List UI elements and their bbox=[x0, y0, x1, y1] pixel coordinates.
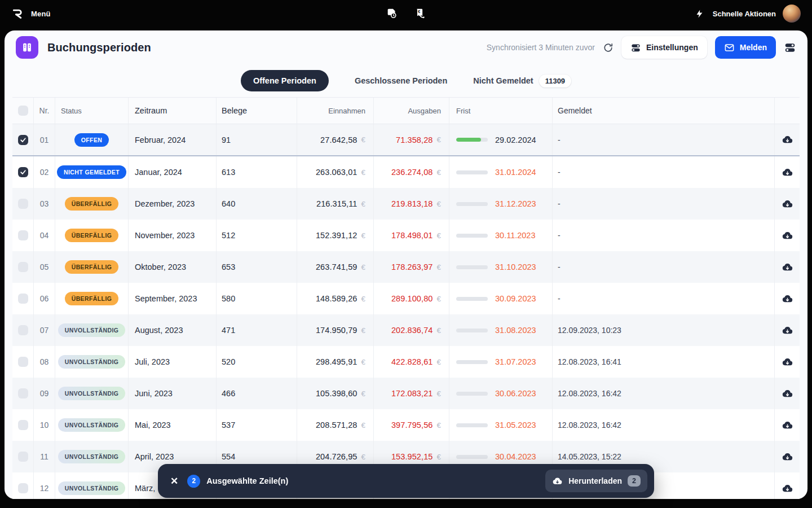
table-row[interactable]: 06ÜBERFÄLLIGSeptember, 2023580148.589,26… bbox=[12, 283, 800, 314]
currency-symbol: € bbox=[436, 389, 441, 398]
currency-symbol: € bbox=[361, 200, 365, 208]
currency-symbol: € bbox=[361, 295, 365, 303]
income-cell: 174.950,79€ bbox=[297, 314, 374, 346]
app-logo-icon[interactable] bbox=[11, 7, 24, 20]
documents-count-cell: 471 bbox=[217, 314, 297, 346]
status-badge: ÜBERFÄLLIG bbox=[65, 260, 119, 274]
status-badge: ÜBERFÄLLIG bbox=[65, 197, 119, 211]
status-badge: NICHT GEMELDET bbox=[57, 165, 126, 179]
row-number: 03 bbox=[34, 188, 55, 220]
reported-cell: 12.09.2023, 10:23 bbox=[553, 314, 775, 346]
table-row[interactable]: 10UNVOLLSTÄNDIGMai, 2023537208.571,28€39… bbox=[12, 409, 800, 441]
download-icon[interactable] bbox=[780, 418, 794, 432]
close-icon[interactable]: ✕ bbox=[170, 475, 178, 487]
download-icon[interactable] bbox=[780, 450, 794, 463]
settings-button-label: Einstellungen bbox=[646, 43, 698, 52]
deadline-date: 31.12.2023 bbox=[495, 199, 536, 208]
row-checkbox[interactable] bbox=[18, 388, 28, 398]
row-checkbox[interactable] bbox=[18, 199, 28, 209]
table-row[interactable]: 05ÜBERFÄLLIGOktober, 2023653263.741,59€1… bbox=[12, 251, 800, 283]
documents-count-cell: 640 bbox=[217, 188, 297, 220]
row-checkbox[interactable] bbox=[18, 483, 28, 493]
col-header-nr: Nr. bbox=[34, 98, 55, 124]
download-icon[interactable] bbox=[780, 165, 794, 179]
currency-symbol: € bbox=[436, 200, 441, 208]
row-checkbox[interactable] bbox=[18, 294, 28, 304]
user-avatar[interactable] bbox=[783, 5, 801, 23]
currency-symbol: € bbox=[361, 263, 365, 271]
download-icon[interactable] bbox=[780, 292, 794, 305]
reported-cell: - bbox=[553, 124, 775, 155]
row-number: 08 bbox=[34, 346, 55, 378]
income-cell: 263.063,01€ bbox=[297, 156, 374, 188]
download-icon[interactable] bbox=[780, 260, 794, 274]
expense-cell: 178.498,01€ bbox=[374, 220, 449, 251]
currency-symbol: € bbox=[436, 135, 441, 144]
selection-bar: ✕ 2 Ausgewählte Zeile(n) Herunterladen 2 bbox=[158, 464, 654, 498]
status-badge: OFFEN bbox=[74, 133, 109, 147]
row-checkbox[interactable] bbox=[18, 325, 28, 335]
table-row[interactable]: 01OFFENFebruar, 20249127.642,58€71.358,2… bbox=[12, 124, 800, 156]
cloud-download-icon bbox=[552, 476, 563, 487]
period-cell: September, 2023 bbox=[129, 283, 217, 314]
row-checkbox[interactable] bbox=[18, 420, 28, 430]
period-cell: Oktober, 2023 bbox=[129, 251, 217, 283]
col-header-zeitraum: Zeitraum bbox=[129, 98, 217, 124]
table-row[interactable]: 02NICHT GEMELDETJanuar, 2024613263.063,0… bbox=[12, 156, 800, 188]
document-clock-icon[interactable] bbox=[386, 7, 398, 20]
report-button[interactable]: Melden bbox=[715, 36, 776, 59]
download-icon[interactable] bbox=[780, 323, 794, 337]
select-all-checkbox[interactable] bbox=[18, 106, 28, 116]
tab-not-reported[interactable]: Nicht Gemeldet 11309 bbox=[473, 75, 571, 87]
reported-cell: - bbox=[553, 156, 775, 188]
table-row[interactable]: 09UNVOLLSTÄNDIGJuni, 2023466105.398,60€1… bbox=[12, 378, 800, 409]
row-checkbox[interactable] bbox=[18, 357, 28, 367]
download-icon[interactable] bbox=[780, 387, 794, 400]
refresh-icon[interactable] bbox=[603, 42, 614, 53]
download-button[interactable]: Herunterladen 2 bbox=[545, 470, 647, 492]
settings-button[interactable]: Einstellungen bbox=[621, 36, 707, 59]
documents-count-cell: 653 bbox=[217, 251, 297, 283]
deadline-progress bbox=[456, 423, 488, 427]
download-icon[interactable] bbox=[780, 481, 794, 495]
col-header-status: Status bbox=[55, 98, 129, 124]
deadline-cell: 30.06.2023 bbox=[449, 378, 553, 409]
deadline-date: 29.02.2024 bbox=[495, 135, 536, 144]
download-icon[interactable] bbox=[780, 133, 794, 147]
tab-not-reported-label: Nicht Gemeldet bbox=[473, 76, 533, 85]
table-row[interactable]: 04ÜBERFÄLLIGNovember, 2023512152.391,12€… bbox=[12, 220, 800, 251]
table-row[interactable]: 07UNVOLLSTÄNDIGAugust, 2023471174.950,79… bbox=[12, 314, 800, 346]
col-header-einnahmen: Einnahmen bbox=[297, 98, 374, 124]
period-cell: Juni, 2023 bbox=[129, 378, 217, 409]
download-icon[interactable] bbox=[780, 229, 794, 242]
row-checkbox[interactable] bbox=[18, 230, 28, 240]
deadline-progress bbox=[456, 170, 488, 174]
table-body: 01OFFENFebruar, 20249127.642,58€71.358,2… bbox=[12, 124, 800, 499]
table-row[interactable]: 08UNVOLLSTÄNDIGJuli, 2023520298.495,91€4… bbox=[12, 346, 800, 378]
deadline-cell: 31.01.2024 bbox=[449, 156, 553, 188]
download-icon[interactable] bbox=[780, 355, 794, 369]
row-checkbox[interactable] bbox=[18, 135, 28, 145]
tab-closed-periods[interactable]: Geschlossene Perioden bbox=[355, 76, 447, 85]
row-number: 09 bbox=[34, 378, 55, 409]
menu-button[interactable]: Menü bbox=[31, 10, 51, 18]
quick-actions-button[interactable]: Schnelle Aktionen bbox=[713, 10, 776, 18]
row-checkbox[interactable] bbox=[18, 262, 28, 272]
receipt-sync-icon[interactable]: € bbox=[414, 7, 426, 20]
lightning-icon bbox=[694, 7, 706, 20]
tab-open-periods[interactable]: Offene Perioden bbox=[241, 70, 329, 91]
income-cell: 152.391,12€ bbox=[297, 220, 374, 251]
table-row[interactable]: 03ÜBERFÄLLIGDezember, 2023640216.315,11€… bbox=[12, 188, 800, 220]
not-reported-count-badge: 11309 bbox=[539, 75, 571, 87]
row-number: 05 bbox=[34, 251, 55, 283]
deadline-progress bbox=[456, 265, 488, 269]
row-checkbox[interactable] bbox=[18, 452, 28, 462]
table-settings-icon[interactable] bbox=[784, 41, 796, 54]
row-checkbox[interactable] bbox=[18, 167, 28, 177]
documents-count-cell: 613 bbox=[217, 156, 297, 188]
deadline-date: 31.01.2024 bbox=[495, 168, 536, 177]
documents-count-cell: 580 bbox=[217, 283, 297, 314]
download-icon[interactable] bbox=[780, 197, 794, 211]
reported-cell: - bbox=[553, 188, 775, 220]
deadline-date: 31.05.2023 bbox=[495, 421, 536, 430]
